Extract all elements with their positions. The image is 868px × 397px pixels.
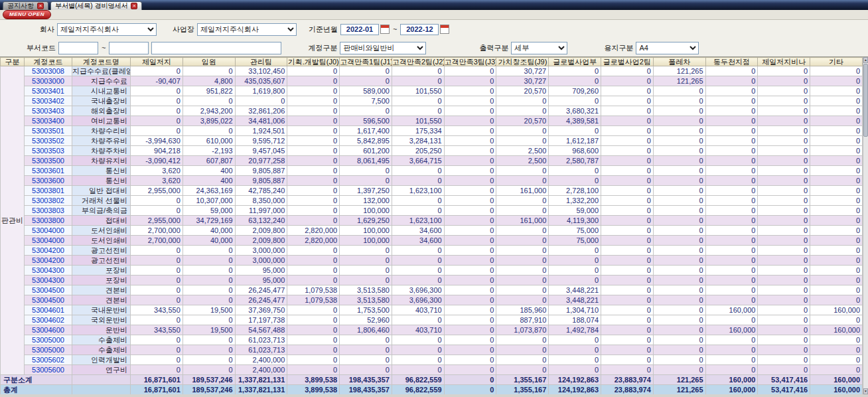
amount-cell: 0 <box>705 126 758 136</box>
amount-cell: 0 <box>653 96 705 106</box>
table-row[interactable]: 53005000수출제비0061,023,71300000000000 <box>1 345 863 355</box>
table-row[interactable]: 53003000지급수수료-90,4074,800435,035,6070000… <box>1 76 863 86</box>
table-row[interactable]: 53003800접대비2,955,00034,729,16963,132,240… <box>1 216 863 226</box>
amount-cell: 0 <box>653 276 705 285</box>
table-row[interactable]: 53004000도서인쇄비2,700,00040,0002,009,8002,8… <box>1 236 863 246</box>
amount-cell: 0 <box>758 206 810 216</box>
table-row[interactable]: 53004500견본비0026,245,4771,079,5383,513,58… <box>1 295 863 305</box>
paper-type-select[interactable]: A4 <box>636 42 699 54</box>
period-to-input[interactable] <box>400 24 439 35</box>
amount-cell: 0 <box>131 126 183 136</box>
table-row[interactable]: 53003402국내출장비00007,500000000000 <box>1 96 863 106</box>
table-row[interactable]: 53003600통신비3,6204009,805,88700000000000 <box>1 176 863 186</box>
column-header: 계정코드 <box>25 58 72 66</box>
amount-cell: 23,883,974 <box>601 385 654 395</box>
account-type-select[interactable]: 판매비와일반비 <box>340 42 426 54</box>
tab-notice[interactable]: 공지사항 × <box>3 1 48 10</box>
amount-cell: 607,807 <box>182 156 235 166</box>
amount-cell: 0 <box>131 86 183 96</box>
table-row[interactable]: 53003401시내교통비0951,8221,619,8000589,00010… <box>1 86 863 96</box>
account-name-cell: 통신비 <box>72 176 131 186</box>
table-row[interactable]: 53005000수출제비0061,023,71300000000000 <box>1 335 863 345</box>
table-row[interactable]: 53003400여비교통비03,895,02234,481,0060596,50… <box>1 116 863 126</box>
amount-cell: 0 <box>601 106 654 116</box>
table-row[interactable]: 53003802거래처 선물비010,307,0008,350,0000132,… <box>1 196 863 206</box>
company-select[interactable]: 제일저지주식회사 <box>57 23 157 36</box>
account-name-cell: 도서인쇄비 <box>72 236 131 246</box>
table-row[interactable]: 53003803부의금/축의금059,00011,997,0000100,000… <box>1 206 863 216</box>
amount-cell: 0 <box>758 116 810 126</box>
amount-cell: 0 <box>444 206 496 216</box>
amount-cell: 0 <box>287 106 340 116</box>
amount-cell: 24,363,169 <box>182 186 235 196</box>
amount-cell: 0 <box>549 345 601 355</box>
table-row[interactable]: 53004300포장비0095,00000000000000 <box>1 276 863 285</box>
column-header: 관리팀 <box>235 58 287 66</box>
dept-code-from-input[interactable] <box>58 42 98 54</box>
table-row[interactable]: 53003500차량유지비-3,090,412607,80720,977,258… <box>1 156 863 166</box>
close-icon[interactable]: × <box>131 3 137 9</box>
table-row[interactable]: 53003503차량주차비904,218-2,1939,457,0450601,… <box>1 146 863 156</box>
amount-cell: 0 <box>182 246 235 256</box>
table-row[interactable]: 판관비53003008지급수수료(클레임)0033,102,450000030,… <box>1 66 863 76</box>
amount-cell: 0 <box>444 375 496 385</box>
table-row[interactable]: 53004500견본비0026,245,4771,079,5383,513,58… <box>1 285 863 295</box>
dept-code-to-input[interactable] <box>109 42 149 54</box>
amount-cell: 0 <box>392 166 444 176</box>
amount-cell: 0 <box>444 355 496 365</box>
amount-cell: 1,332,200 <box>549 196 601 206</box>
table-row[interactable]: 53004600운반비343,55019,50054,567,48801,806… <box>1 325 863 335</box>
table-row[interactable]: 53004000도서인쇄비2,700,00040,0002,009,8002,8… <box>1 226 863 236</box>
amount-cell: 175,334 <box>392 126 444 136</box>
scroll-down-arrow[interactable]: ▼ <box>863 388 868 394</box>
vertical-scrollbar[interactable]: ▲ ▼ <box>863 57 868 394</box>
site-select[interactable]: 제일저지주식회사 <box>197 23 297 36</box>
table-row[interactable]: 53004300포장비0095,00000000000000 <box>1 266 863 276</box>
table-row[interactable]: 53004601국내운반비343,55019,50037,369,75001,7… <box>1 305 863 315</box>
amount-cell: 0 <box>392 96 444 106</box>
amount-cell: 0 <box>601 136 654 146</box>
table-row[interactable]: 53004200광고선전비003,000,00000000000000 <box>1 256 863 266</box>
account-code-cell: 53004601 <box>25 305 72 315</box>
dept-name-display[interactable] <box>151 42 281 54</box>
table-row[interactable]: 53003601통신비3,6204009,805,88700000000000 <box>1 166 863 176</box>
amount-cell: 0 <box>340 345 392 355</box>
amount-cell: 0 <box>653 206 705 216</box>
table-row[interactable]: 53005600연구비002,400,00000000000000 <box>1 365 863 375</box>
scrollbar-thumb[interactable] <box>863 64 868 137</box>
amount-cell: 0 <box>287 76 340 86</box>
amount-cell: 0 <box>496 106 549 116</box>
table-row[interactable]: 53003501차량수리비001,924,50101,617,400175,33… <box>1 126 863 136</box>
amount-cell: 0 <box>758 276 810 285</box>
close-icon[interactable]: × <box>37 3 44 9</box>
column-header: 제일저지 <box>131 58 183 66</box>
table-row[interactable]: 53004200광고선전비003,000,00000000000000 <box>1 246 863 256</box>
amount-cell: 0 <box>758 305 810 315</box>
amount-cell: 0 <box>601 236 654 246</box>
amount-cell: 0 <box>496 295 549 305</box>
amount-cell: 0 <box>705 335 758 345</box>
amount-cell: 8,061,495 <box>340 156 392 166</box>
table-row[interactable]: 53005602인력개발비002,400,00000000000000 <box>1 355 863 365</box>
calendar-icon[interactable] <box>440 25 449 34</box>
amount-cell: 160,000 <box>810 385 863 395</box>
amount-cell: 0 <box>549 266 601 276</box>
table-row[interactable]: 53003403해외출장비02,943,20032,861,206000003,… <box>1 106 863 116</box>
column-header: 고객만족1팀(J1) <box>340 58 392 66</box>
table-row[interactable]: 53003502차량주유비-3,994,630610,0009,595,7120… <box>1 136 863 146</box>
amount-cell: 0 <box>496 355 549 365</box>
table-row[interactable]: 53003801일반 접대비2,955,00024,363,16942,785,… <box>1 186 863 196</box>
amount-cell: 3,899,538 <box>287 385 340 395</box>
output-type-select[interactable]: 세부 <box>511 42 567 54</box>
amount-cell: 0 <box>131 315 183 325</box>
amount-cell: 3,895,022 <box>182 116 235 126</box>
amount-cell: 0 <box>287 176 340 186</box>
amount-cell: 0 <box>496 365 549 375</box>
tab-expense-report[interactable]: 부서별(세목) 경비명세서 × <box>50 1 142 10</box>
scroll-up-arrow[interactable]: ▲ <box>863 57 868 63</box>
calendar-icon[interactable] <box>380 25 390 34</box>
amount-cell: 0 <box>131 276 183 285</box>
menu-open-button[interactable]: MENU OPEN <box>3 10 51 19</box>
period-from-input[interactable] <box>340 24 379 35</box>
table-row[interactable]: 53004602국외운반비0017,197,738052,96000887,91… <box>1 315 863 325</box>
